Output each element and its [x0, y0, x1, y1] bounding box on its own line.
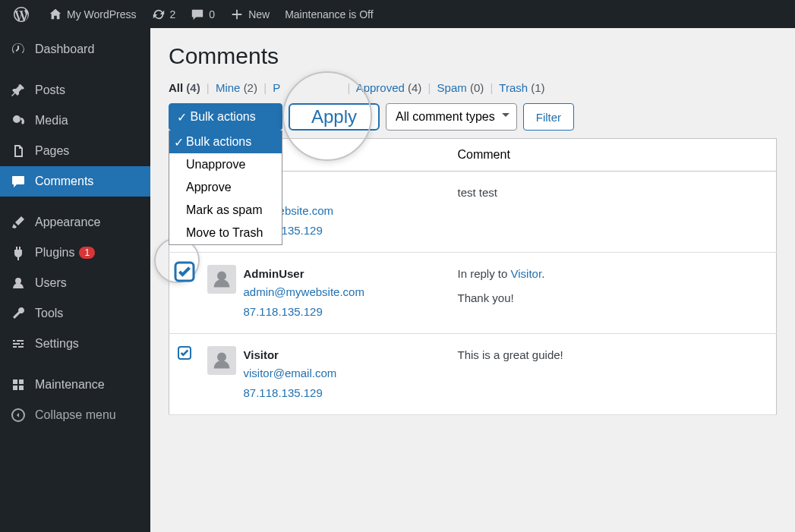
menu-users[interactable]: Users: [0, 268, 150, 298]
row-checkbox[interactable]: [174, 262, 194, 282]
menu-settings[interactable]: Settings: [0, 329, 150, 359]
menu-posts[interactable]: Posts: [0, 75, 150, 105]
menu-plugins[interactable]: Plugins 1: [0, 238, 150, 268]
menu-comments[interactable]: Comments: [0, 166, 150, 197]
comment-text: test test: [458, 184, 769, 202]
collapse-icon: [9, 408, 27, 423]
in-reply-to: In reply to Visitor.: [458, 265, 769, 283]
sliders-icon: [9, 336, 27, 351]
filter-approved[interactable]: Approved (4): [356, 81, 422, 94]
menu-label: Comments: [35, 175, 93, 188]
site-name: My WordPress: [67, 8, 137, 20]
menu-label: Tools: [35, 307, 63, 320]
comments-bubble[interactable]: 0: [183, 0, 222, 28]
filter-trash[interactable]: Trash (1): [499, 81, 544, 94]
row-checkbox[interactable]: [178, 346, 191, 360]
avatar: [207, 265, 236, 294]
bulk-action-dropdown: Bulk actions Unapprove Approve Mark as s…: [169, 131, 282, 245]
pages-icon: [9, 143, 27, 159]
new-content[interactable]: New: [222, 0, 277, 28]
menu-label: Media: [35, 114, 68, 127]
author-ip[interactable]: 87.118.135.129: [244, 303, 364, 321]
collapse-menu[interactable]: Collapse menu: [0, 400, 150, 430]
comment-text: This is a great guide!: [458, 346, 769, 364]
filter-all[interactable]: All (4): [169, 81, 200, 94]
update-icon: [152, 8, 166, 21]
avatar: [207, 346, 236, 375]
bulk-opt-unapprove[interactable]: Unapprove: [169, 153, 282, 176]
maintenance-label: Maintenance is Off: [285, 8, 373, 20]
menu-label: Plugins: [35, 246, 74, 260]
filter-spam[interactable]: Spam (0): [437, 81, 484, 94]
page-title: Comments: [169, 43, 777, 69]
menu-tools[interactable]: Tools: [0, 298, 150, 329]
user-icon: [9, 275, 27, 291]
menu-appearance[interactable]: Appearance: [0, 207, 150, 238]
menu-maintenance[interactable]: Maintenance: [0, 370, 150, 400]
updates-count: 2: [170, 8, 176, 20]
new-label: New: [248, 8, 270, 20]
menu-media[interactable]: Media: [0, 105, 150, 136]
comment-text: Thank you!: [458, 289, 769, 307]
wrench-icon: [9, 306, 27, 321]
bulk-opt-bulk[interactable]: Bulk actions: [169, 131, 282, 153]
admin-menu: Dashboard Posts Media Pages Comments App…: [0, 28, 150, 532]
menu-label: Appearance: [35, 216, 100, 229]
filter-mine[interactable]: Mine (2): [216, 81, 257, 94]
status-filters: All (4) | Mine (2) | P | | Approved (4) …: [169, 81, 777, 94]
menu-label: Users: [35, 276, 67, 290]
author-email[interactable]: visitor@email.com: [244, 367, 337, 379]
filter-button[interactable]: Filter: [523, 103, 574, 131]
maintenance-icon: [9, 377, 27, 392]
plug-icon: [9, 245, 27, 260]
menu-dashboard[interactable]: Dashboard: [0, 34, 150, 65]
brush-icon: [9, 215, 27, 230]
pin-icon: [9, 83, 27, 98]
collapse-label: Collapse menu: [35, 408, 116, 422]
wordpress-icon: [14, 7, 29, 22]
comment-type-select[interactable]: All comment types: [386, 103, 517, 131]
menu-label: Settings: [35, 337, 79, 351]
admin-bar: My WordPress 2 0 New Maintenance is Off: [0, 0, 795, 28]
plus-icon: [230, 8, 244, 21]
author-name: Visitor: [244, 346, 337, 364]
menu-label: Pages: [35, 144, 69, 158]
bulk-opt-trash[interactable]: Move to Trash: [169, 222, 282, 244]
page-body: Comments All (4) | Mine (2) | P | | Appr…: [150, 28, 795, 532]
table-row: AdminUser admin@mywebsite.com 87.118.135…: [169, 253, 777, 334]
bulk-opt-spam[interactable]: Mark as spam: [169, 199, 282, 222]
dashboard-icon: [9, 42, 27, 57]
comments-count: 0: [209, 8, 215, 20]
plugins-badge: 1: [79, 247, 95, 259]
maintenance-status[interactable]: Maintenance is Off: [277, 0, 380, 28]
filter-pending[interactable]: P: [273, 81, 280, 94]
bulk-opt-approve[interactable]: Approve: [169, 176, 282, 199]
updates[interactable]: 2: [144, 0, 184, 28]
media-icon: [9, 113, 27, 128]
site-home[interactable]: My WordPress: [41, 0, 144, 28]
comment-header[interactable]: Comment: [450, 139, 777, 172]
wp-logo[interactable]: [6, 0, 41, 28]
author-email[interactable]: admin@mywebsite.com: [244, 285, 364, 298]
comment-icon: [9, 174, 27, 189]
menu-label: Dashboard: [35, 42, 94, 56]
home-icon: [49, 8, 62, 21]
author-name: AdminUser: [244, 265, 364, 283]
menu-label: Maintenance: [35, 378, 105, 392]
table-row: Visitor visitor@email.com 87.118.135.129…: [169, 334, 777, 415]
comment-icon: [191, 8, 204, 21]
menu-pages[interactable]: Pages: [0, 136, 150, 166]
menu-label: Posts: [35, 83, 65, 97]
reply-link[interactable]: Visitor: [511, 267, 542, 280]
author-ip[interactable]: 87.118.135.129: [244, 384, 337, 402]
bulk-action-select[interactable]: ✓ Bulk actions: [169, 103, 282, 131]
bulk-action-wrap: ✓ Bulk actions Bulk actions Unapprove Ap…: [169, 103, 282, 131]
apply-button[interactable]: Apply: [289, 103, 380, 131]
